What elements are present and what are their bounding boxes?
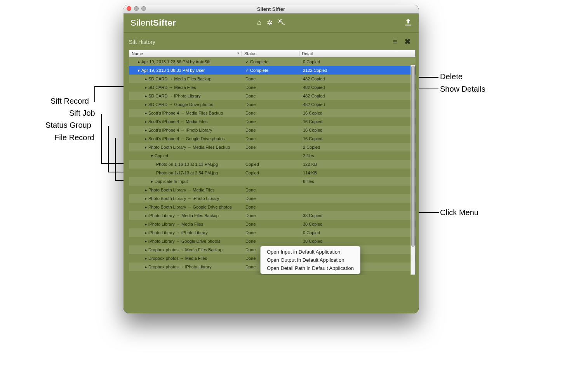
disclosure-closed-icon[interactable] — [144, 214, 148, 218]
minimize-icon[interactable] — [134, 6, 139, 11]
row-name-label: Apr 19, 2013 1:08:03 PM by User — [141, 68, 205, 73]
cell-detail: 482 Copied — [301, 102, 416, 107]
table-row[interactable]: SD CARD → iPhoto LibraryDone482 Copied — [129, 92, 416, 100]
disclosure-closed-icon[interactable] — [144, 188, 148, 192]
check-icon — [245, 68, 250, 73]
share-icon[interactable] — [403, 17, 413, 29]
disclosure-closed-icon[interactable] — [144, 120, 148, 124]
table-row[interactable]: Photo Booth Library → Media Files Backup… — [129, 143, 416, 151]
cell-status: Done — [243, 239, 301, 244]
disclosure-closed-icon[interactable] — [150, 180, 154, 184]
table-row[interactable]: SD CARD → Google Drive photosDone482 Cop… — [129, 100, 416, 109]
disclosure-closed-icon[interactable] — [144, 265, 148, 269]
table-wrap: Name Status Detail Apr 19, 2013 1:23:56 … — [129, 50, 416, 275]
close-icon[interactable] — [127, 6, 131, 11]
cell-status: Complete — [243, 68, 301, 73]
titlebar[interactable]: Silent Sifter — [124, 5, 419, 14]
cell-status: Done — [243, 213, 301, 218]
disclosure-open-icon[interactable] — [150, 154, 154, 158]
cell-detail: 122 KB — [301, 162, 416, 167]
table-row[interactable]: SD CARD → Media Files BackupDone482 Copi… — [129, 75, 416, 83]
app-logo-bold: Sifter — [153, 18, 176, 28]
th-status[interactable]: Status — [242, 51, 299, 56]
row-status-label: Done — [245, 94, 256, 98]
ctx-open-input[interactable]: Open Input in Default Application — [261, 248, 360, 256]
table-row[interactable]: iPhoto Library → iPhoto LibraryDone0 Cop… — [129, 228, 416, 237]
table-row[interactable]: Scott's iPhone 4 → Media FilesDone16 Cop… — [129, 117, 416, 126]
table-row[interactable]: iPhoto Library → Media Files BackupDone3… — [129, 211, 416, 220]
table-row[interactable]: Photo Booth Library → Media FilesDone — [129, 186, 416, 194]
sift-icon[interactable]: ⛏ — [278, 19, 285, 27]
table-row[interactable]: Scott's iPhone 4 → Media Files BackupDon… — [129, 109, 416, 117]
cell-name: Dropbox photos → iPhoto Library — [130, 264, 243, 269]
row-name-label: Scott's iPhone 4 → Google Drive photos — [148, 136, 225, 141]
cell-status: Done — [243, 196, 301, 201]
row-status-label: Done — [245, 256, 256, 261]
disclosure-closed-icon[interactable] — [144, 111, 148, 115]
disclosure-closed-icon[interactable] — [144, 103, 148, 107]
cell-status: Done — [243, 230, 301, 235]
cell-status: Done — [243, 85, 301, 90]
disclosure-closed-icon[interactable] — [144, 248, 148, 252]
ann-delete: Delete — [440, 72, 463, 81]
row-status-label: Done — [245, 230, 256, 235]
table-row[interactable]: SD CARD → Media FilesDone482 Copied — [129, 83, 416, 92]
cell-status: Done — [243, 111, 301, 115]
app-window: Silent Sifter SilentSifter ⌂ ✲ ⛏ Sift Hi… — [124, 5, 419, 313]
table-row[interactable]: Scott's iPhone 4 → iPhoto LibraryDone16 … — [129, 126, 416, 134]
ann-line — [101, 114, 102, 164]
table-row[interactable]: Scott's iPhone 4 → Google Drive photosDo… — [129, 134, 416, 143]
disclosure-closed-icon[interactable] — [144, 205, 148, 209]
scrollbar-thumb[interactable] — [411, 66, 415, 247]
disclosure-closed-icon[interactable] — [144, 240, 148, 244]
disclosure-open-icon[interactable] — [144, 146, 148, 150]
disclosure-open-icon[interactable] — [137, 69, 141, 73]
disclosure-closed-icon[interactable] — [137, 60, 141, 64]
cell-status: Done — [243, 128, 301, 132]
ctx-open-output[interactable]: Open Output in Default Application — [261, 256, 360, 264]
row-status-label: Done — [245, 136, 256, 141]
table-row[interactable]: Photo on 1-16-13 at 1.13 PM.jpgCopied122… — [129, 160, 416, 169]
table-row[interactable]: Copied2 files — [129, 151, 416, 160]
disclosure-closed-icon[interactable] — [144, 223, 148, 226]
zoom-icon[interactable] — [141, 6, 146, 11]
row-status-label: Done — [245, 188, 256, 192]
cell-name: iPhoto Library → Media Files — [130, 222, 243, 226]
disclosure-closed-icon[interactable] — [144, 257, 148, 261]
cell-name: Apr 19, 2013 1:08:03 PM by User — [130, 68, 243, 73]
disclosure-closed-icon[interactable] — [144, 231, 148, 235]
disclosure-closed-icon[interactable] — [144, 86, 148, 90]
table-row[interactable]: Apr 19, 2013 1:08:03 PM by UserComplete2… — [129, 66, 416, 75]
table-row[interactable]: iPhoto Library → Google Drive photosDone… — [129, 237, 416, 245]
cell-status: Done — [243, 222, 301, 226]
home-icon[interactable]: ⌂ — [257, 19, 261, 27]
show-details-button[interactable] — [391, 38, 398, 45]
scrollbar[interactable] — [411, 65, 415, 275]
table-row[interactable]: Photo on 1-17-13 at 2.54 PM.jpgCopied114… — [129, 169, 416, 177]
disclosure-closed-icon[interactable] — [144, 129, 148, 132]
row-status-label: Done — [245, 145, 256, 150]
delete-button[interactable] — [404, 38, 411, 45]
disclosure-closed-icon[interactable] — [144, 77, 148, 81]
check-icon — [245, 59, 250, 64]
table-row[interactable]: Photo Booth Library → Google Drive photo… — [129, 203, 416, 211]
row-name-label: Photo Booth Library → iPhoto Library — [148, 196, 219, 201]
ctx-open-detail[interactable]: Open Detail Path in Default Application — [261, 264, 360, 272]
table-row[interactable]: Photo Booth Library → iPhoto LibraryDone — [129, 194, 416, 203]
cell-name: Photo Booth Library → Media Files Backup — [130, 145, 243, 150]
disclosure-closed-icon[interactable] — [144, 197, 148, 201]
table-row[interactable]: iPhoto Library → Media FilesDone38 Copie… — [129, 220, 416, 228]
th-name[interactable]: Name — [129, 51, 242, 56]
cell-status: Copied — [243, 162, 301, 167]
row-name-label: iPhoto Library → Media Files — [148, 222, 203, 226]
th-detail[interactable]: Detail — [299, 51, 415, 56]
context-menu: Open Input in Default Application Open O… — [260, 246, 360, 274]
row-status-label: Done — [245, 196, 256, 201]
disclosure-closed-icon[interactable] — [144, 137, 148, 141]
disclosure-closed-icon[interactable] — [144, 94, 148, 98]
gear-icon[interactable]: ✲ — [267, 19, 273, 27]
table-row[interactable]: Duplicate In Input8 files — [129, 177, 416, 186]
cell-status: Copied — [243, 170, 301, 175]
table-row[interactable]: Apr 19, 2013 1:23:56 PM by AutoSiftCompl… — [129, 57, 416, 66]
row-name-label: iPhoto Library → Google Drive photos — [148, 239, 220, 244]
